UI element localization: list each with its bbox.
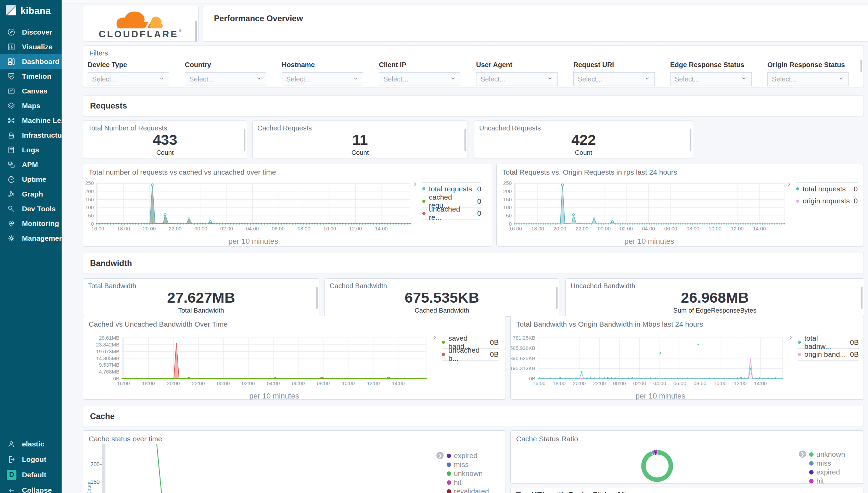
sidebar-item-machine-learning[interactable]: Machine Le... — [0, 113, 62, 128]
legend-value: 0B — [490, 350, 499, 358]
svg-text:22:00: 22:00 — [169, 226, 182, 231]
filter-field-hostname: HostnameSelect... — [282, 61, 363, 86]
panel-scrollbar[interactable] — [860, 60, 862, 72]
legend-item-expired[interactable]: expired — [809, 468, 845, 477]
svg-text:00:00: 00:00 — [194, 226, 207, 231]
legend-collapse-icon[interactable]: › — [433, 332, 436, 342]
filter-select[interactable]: Select... — [185, 72, 266, 86]
legend-item-miss[interactable]: miss — [809, 459, 845, 468]
cache-status-donut[interactable] — [623, 447, 691, 484]
uptime-icon — [7, 175, 16, 184]
sidebar-item-uptime[interactable]: Uptime — [0, 172, 62, 187]
metric-value: 26.968MB — [566, 290, 864, 305]
sidebar-item-visualize[interactable]: Visualize — [0, 39, 62, 54]
chart-legend: total requests0cached requ...0uncached r… — [422, 182, 481, 219]
filter-select[interactable]: Select... — [282, 72, 363, 86]
sidebar-item-graph[interactable]: Graph — [0, 187, 62, 201]
legend-label: revalidated — [454, 487, 489, 493]
legend-item-hit[interactable]: hit — [447, 478, 489, 487]
sidebar-item-logout[interactable]: Logout — [0, 452, 62, 467]
sidebar-item-dashboard[interactable]: Dashboard — [0, 54, 62, 69]
svg-text:19.073MB: 19.073MB — [96, 349, 119, 354]
metric-title: Total Bandwidth — [88, 282, 136, 290]
legend-item-uncached-re-[interactable]: uncached re...0 — [422, 207, 481, 219]
legend-collapse-icon[interactable]: ❯ — [436, 452, 444, 459]
filter-select[interactable]: Select... — [88, 72, 169, 86]
legend-collapse-icon[interactable]: › — [414, 179, 417, 189]
chart-plot[interactable]: 200150 — [83, 444, 425, 493]
chart-plot[interactable]: 05010015020025016:0018:0020:0022:0000:00… — [497, 180, 788, 233]
filter-select[interactable]: Select... — [476, 72, 558, 86]
legend-collapse-icon[interactable]: ❯ — [799, 451, 806, 458]
svg-text:14:00: 14:00 — [753, 226, 766, 231]
legend-dot — [798, 341, 801, 344]
legend-item-uncached-b-[interactable]: uncached b...0B — [442, 348, 499, 361]
panel-scrollbar[interactable] — [195, 21, 197, 42]
svg-text:18:00: 18:00 — [142, 380, 155, 386]
sidebar-item-dev-tools[interactable]: Dev Tools — [0, 201, 62, 216]
legend-label: uncached re... — [429, 205, 474, 222]
select-placeholder: Select... — [675, 75, 741, 83]
filter-select[interactable]: Select... — [670, 72, 752, 86]
chart-plot[interactable]: 0B4.768MB9.537MB14.305MB19.073MB23.842MB… — [83, 335, 430, 388]
default-icon: D — [7, 470, 16, 480]
requests-heading: Requests — [83, 96, 864, 116]
legend-label: unknown — [454, 469, 483, 478]
svg-text:200: 200 — [503, 188, 512, 194]
sidebar-item-label: Logout — [22, 455, 46, 464]
legend-item-miss[interactable]: miss — [447, 460, 489, 469]
filter-select[interactable]: Select... — [573, 72, 655, 86]
legend-collapse-icon[interactable]: › — [788, 179, 790, 189]
legend-item-origin-band-[interactable]: origin band...0B — [798, 348, 859, 361]
x-axis-label: per 10 minutes — [122, 392, 426, 401]
chart-plot[interactable]: 05010015020025016:0018:0020:0022:0000:00… — [83, 180, 413, 233]
svg-text:4.768MB: 4.768MB — [99, 369, 119, 375]
sidebar-item-monitoring[interactable]: Monitoring — [0, 216, 62, 231]
kibana-logo[interactable]: kibana — [0, 0, 62, 22]
sidebar-item-apm[interactable]: APM — [0, 157, 62, 172]
filter-select[interactable]: Select... — [767, 72, 849, 86]
sidebar-item-management[interactable]: Management — [0, 231, 62, 245]
legend-dot — [442, 341, 445, 344]
svg-text:23.842MB: 23.842MB — [96, 342, 119, 347]
svg-text:02:00: 02:00 — [242, 380, 255, 386]
panel-scrollbar[interactable] — [316, 287, 318, 309]
svg-text:200: 200 — [90, 462, 100, 467]
sidebar-item-timelion[interactable]: Timelion — [0, 69, 62, 84]
legend-item-hit[interactable]: hit — [809, 477, 845, 484]
sidebar-item-infrastructure[interactable]: Infrastructure — [0, 128, 62, 142]
legend-item-unknown[interactable]: unknown — [809, 450, 845, 459]
sidebar-item-discover[interactable]: Discover — [0, 25, 62, 39]
sidebar-item-label: Infrastructure — [22, 131, 69, 139]
legend-item-total-requests[interactable]: total requests0 — [796, 182, 858, 195]
legend-item-revalidated[interactable]: revalidated — [447, 487, 489, 493]
sidebar-item-maps[interactable]: Maps — [0, 98, 62, 113]
metric-value: 11 — [253, 132, 468, 148]
bandwidth-over-time-chart-panel: Cached vs Uncached Bandwidth Over Time0B… — [83, 316, 506, 400]
panel-scrollbar[interactable] — [556, 287, 558, 309]
legend-label: miss — [816, 459, 831, 467]
panel-scrollbar[interactable] — [464, 129, 466, 151]
panel-scrollbar[interactable] — [244, 129, 245, 151]
sidebar-item-canvas[interactable]: Canvas — [0, 84, 62, 98]
metric-card-uncached-requests: Uncached Requests422Count — [474, 121, 693, 159]
kibana-logo-icon — [5, 4, 17, 18]
legend-dot — [422, 212, 425, 215]
legend-collapse-icon[interactable]: › — [789, 332, 792, 342]
graph-icon — [7, 189, 16, 199]
legend-item-origin-requests[interactable]: origin requests0 — [796, 195, 858, 207]
chart-plot[interactable]: 0B195.313KB390.625KB585.938KB781.25KB16:… — [511, 335, 786, 388]
sidebar-item-user[interactable]: elastic — [0, 436, 62, 452]
sidebar-item-logs[interactable]: Logs — [0, 142, 62, 157]
legend-item-total-badnw-[interactable]: total badnw...0B — [798, 336, 859, 348]
legend-item-unknown[interactable]: unknown — [447, 469, 489, 478]
sidebar-item-label: Logs — [22, 146, 39, 154]
panel-scrollbar[interactable] — [861, 287, 863, 309]
legend-item-expired[interactable]: expired — [447, 451, 489, 460]
sidebar-item-collapse[interactable]: Collapse — [0, 482, 62, 493]
svg-text:390.625KB: 390.625KB — [511, 355, 535, 361]
filter-select[interactable]: Select... — [379, 72, 460, 86]
panel-scrollbar[interactable] — [690, 129, 691, 151]
sidebar-item-default[interactable]: DDefault — [0, 467, 62, 482]
collapse-icon — [7, 485, 16, 493]
